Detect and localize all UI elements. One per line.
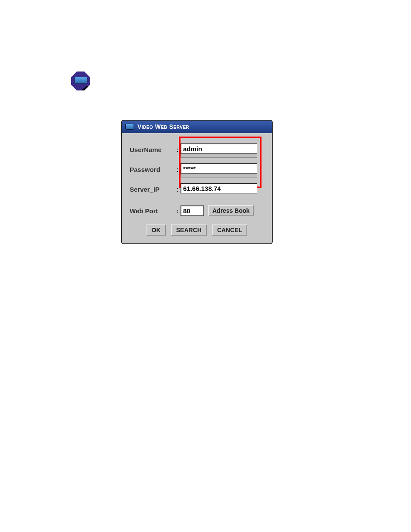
- colon: :: [174, 166, 181, 173]
- field-wrap-server-ip: [181, 183, 257, 195]
- button-row: OK SEARCH CANCEL: [130, 222, 264, 237]
- row-password: Password :: [130, 161, 264, 178]
- search-button[interactable]: SEARCH: [171, 224, 207, 236]
- cancel-button[interactable]: CANCEL: [212, 224, 247, 236]
- ok-button[interactable]: OK: [146, 224, 166, 236]
- field-shadow: [181, 153, 257, 158]
- label-server-ip: Server_IP: [130, 186, 174, 193]
- login-dialog: Video Web Server UserName : Password : S…: [121, 120, 273, 244]
- label-web-port: Web Port: [130, 207, 174, 215]
- colon: :: [174, 207, 181, 215]
- port-row-right: Adress Book: [181, 205, 254, 216]
- row-username: UserName :: [130, 141, 264, 158]
- row-web-port: Web Port : Adress Book: [130, 202, 264, 219]
- row-server-ip: Server_IP :: [130, 180, 264, 198]
- field-wrap-password: [181, 163, 257, 175]
- password-input[interactable]: [181, 163, 257, 174]
- label-password: Password: [130, 166, 174, 173]
- title-icon: [125, 124, 134, 130]
- pen-glyph: [82, 86, 88, 91]
- colon: :: [174, 146, 181, 153]
- label-username: UserName: [130, 146, 174, 153]
- username-input[interactable]: [181, 143, 257, 154]
- server-ip-input[interactable]: [181, 183, 257, 193]
- field-shadow: [181, 173, 257, 177]
- dialog-title: Video Web Server: [137, 123, 189, 130]
- titlebar: Video Web Server: [122, 121, 272, 133]
- app-icon[interactable]: [71, 72, 92, 92]
- server-glyph: [75, 77, 87, 84]
- address-book-button[interactable]: Adress Book: [208, 205, 254, 216]
- colon: :: [174, 186, 181, 193]
- octagon-shape: [71, 72, 90, 90]
- web-port-input[interactable]: [181, 205, 204, 216]
- form-area: UserName : Password : Server_IP :: [122, 133, 272, 243]
- field-wrap-username: [181, 143, 257, 156]
